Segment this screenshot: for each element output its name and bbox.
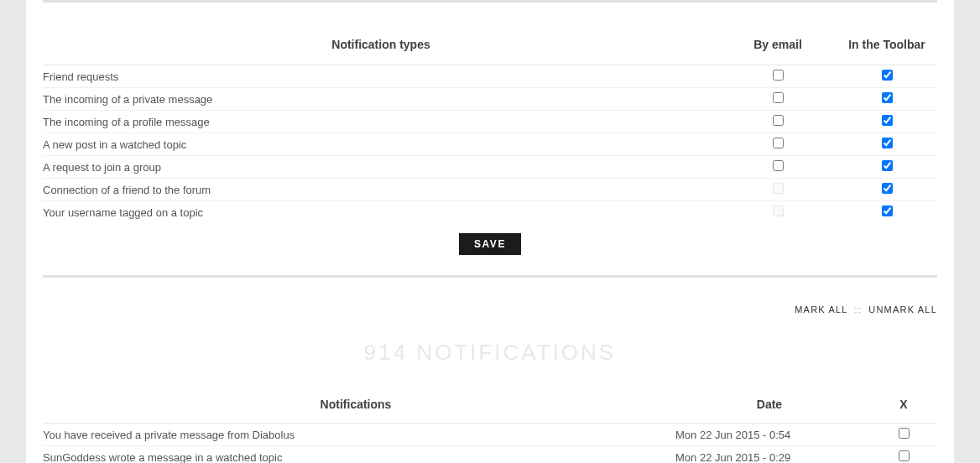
table-row: The incoming of a profile message xyxy=(43,111,937,133)
table-row: Friend requests xyxy=(43,65,937,88)
notifications-table: Notifications Date X You have received a… xyxy=(43,389,937,463)
mark-all-link[interactable]: MARK ALL xyxy=(795,304,847,315)
email-checkbox[interactable] xyxy=(773,115,784,126)
notification-date: Mon 22 Jun 2015 - 0:29 xyxy=(669,446,870,464)
email-checkbox[interactable] xyxy=(773,160,784,171)
notification-type-label: A new post in a watched topic xyxy=(43,133,719,156)
notification-type-label: The incoming of a profile message xyxy=(43,111,719,133)
notification-link[interactable]: private message xyxy=(144,429,224,441)
toolbar-cell xyxy=(837,201,937,224)
divider xyxy=(43,275,937,278)
toolbar-cell xyxy=(837,179,937,201)
notification-type-label: A request to join a group xyxy=(43,156,719,179)
table-row: A new post in a watched topic xyxy=(43,133,937,156)
select-checkbox[interactable] xyxy=(899,428,910,439)
email-checkbox[interactable] xyxy=(773,92,784,103)
email-cell xyxy=(719,88,837,111)
notification-type-label: Friend requests xyxy=(43,65,719,88)
notification-type-label: The incoming of a private message xyxy=(43,88,719,111)
select-checkbox[interactable] xyxy=(899,450,910,461)
table-row: You have received a private message from… xyxy=(43,424,937,446)
notification-link[interactable]: SunGoddess xyxy=(43,451,106,464)
notification-text-fragment: wrote a message xyxy=(106,451,195,464)
email-cell xyxy=(719,179,837,201)
toolbar-cell xyxy=(837,111,937,133)
table-row: A request to join a group xyxy=(43,156,937,179)
notification-text-fragment: from xyxy=(224,429,252,441)
email-checkbox[interactable] xyxy=(773,70,784,81)
table-row: The incoming of a private message xyxy=(43,88,937,111)
notification-date: Mon 22 Jun 2015 - 0:54 xyxy=(669,424,870,446)
notification-types-table: Notification types By email In the Toolb… xyxy=(43,28,937,223)
toolbar-checkbox[interactable] xyxy=(882,92,893,103)
email-cell xyxy=(719,156,837,179)
toolbar-checkbox[interactable] xyxy=(882,160,893,171)
col-header-notifications: Notifications xyxy=(43,389,669,424)
toolbar-cell xyxy=(837,156,937,179)
notification-text: SunGoddess wrote a message in a watched … xyxy=(43,446,669,464)
email-checkbox[interactable] xyxy=(773,138,784,148)
email-cell xyxy=(719,65,837,88)
select-cell xyxy=(870,446,937,464)
unmark-all-link[interactable]: UNMARK ALL xyxy=(868,304,937,315)
col-header-email: By email xyxy=(719,28,837,65)
email-checkbox xyxy=(773,183,784,194)
email-checkbox xyxy=(773,205,784,216)
col-header-date: Date xyxy=(669,389,870,424)
email-cell xyxy=(719,201,837,224)
toolbar-checkbox[interactable] xyxy=(882,138,893,148)
table-row: SunGoddess wrote a message in a watched … xyxy=(43,446,937,464)
notification-link[interactable]: in a watched topic xyxy=(195,451,282,464)
email-cell xyxy=(719,133,837,156)
select-cell xyxy=(870,424,937,446)
mark-controls: MARK ALL :: UNMARK ALL xyxy=(43,301,937,340)
toolbar-cell xyxy=(837,65,937,88)
notification-type-label: Your username tagged on a topic xyxy=(43,201,719,224)
toolbar-cell xyxy=(837,133,937,156)
notification-link[interactable]: Diabolus xyxy=(253,429,295,441)
notification-type-label: Connection of a friend to the forum xyxy=(43,179,719,201)
table-row: Connection of a friend to the forum xyxy=(43,179,937,201)
toolbar-checkbox[interactable] xyxy=(882,183,893,194)
toolbar-checkbox[interactable] xyxy=(882,115,893,126)
email-cell xyxy=(719,111,837,133)
col-header-types: Notification types xyxy=(43,28,719,65)
toolbar-cell xyxy=(837,88,937,111)
toolbar-checkbox[interactable] xyxy=(882,70,893,81)
notification-text: You have received a private message from… xyxy=(43,424,669,446)
notification-text-fragment: You have received a xyxy=(43,429,144,441)
divider xyxy=(43,0,937,3)
toolbar-checkbox[interactable] xyxy=(882,205,893,216)
separator: :: xyxy=(855,304,863,315)
save-button[interactable]: SAVE xyxy=(459,233,521,255)
col-header-toolbar: In the Toolbar xyxy=(837,28,937,65)
table-row: Your username tagged on a topic xyxy=(43,201,937,224)
col-header-x: X xyxy=(870,389,937,424)
notifications-heading: 914 NOTIFICATIONS xyxy=(43,340,937,366)
